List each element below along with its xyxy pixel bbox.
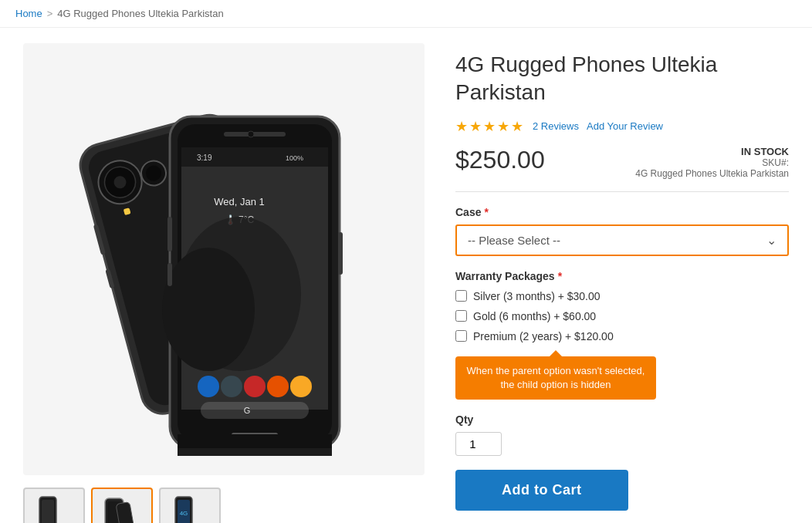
breadcrumb-home[interactable]: Home [15, 8, 42, 19]
child-option-tooltip: When the parent option wasn't selected, … [455, 356, 656, 400]
qty-section: Qty [455, 413, 789, 456]
in-stock-badge: IN STOCK [635, 146, 789, 157]
warranty-option-label: Warranty Packages * [455, 270, 789, 282]
svg-point-25 [290, 376, 312, 397]
options-section: Case * -- Please Select -- Soft Case Har… [455, 206, 789, 400]
svg-text:Wed, Jan 1: Wed, Jan 1 [214, 196, 265, 208]
case-option-label: Case * [455, 206, 789, 218]
svg-rect-40 [115, 501, 134, 523]
warranty-gold-label: Gold (6 months) + $60.00 [473, 310, 596, 322]
svg-point-22 [221, 376, 242, 397]
case-required-star: * [484, 206, 488, 218]
product-images: 3:19 100% Wed, Jan 1 🌡️ 7°C [23, 43, 425, 523]
phone-svg: 3:19 100% Wed, Jan 1 🌡️ 7°C [69, 55, 378, 464]
thumbnail-main[interactable] [91, 488, 153, 523]
thumbnail-alternate[interactable]: 4G [159, 488, 221, 523]
svg-text:G: G [244, 406, 251, 415]
svg-rect-35 [338, 232, 343, 275]
warranty-premium-checkbox[interactable] [455, 330, 467, 342]
stock-info: IN STOCK SKU#: 4G Rugged Phones Ultekia … [635, 146, 789, 179]
thumbnail-small-left[interactable] [23, 488, 85, 523]
svg-point-23 [244, 376, 266, 397]
rating-row: ★★★★★ 2 Reviews Add Your Review [455, 118, 789, 135]
warranty-required-star: * [558, 270, 562, 282]
warranty-gold-checkbox[interactable] [455, 310, 467, 322]
svg-text:4G: 4G [179, 510, 188, 517]
product-page: 3:19 100% Wed, Jan 1 🌡️ 7°C [0, 28, 812, 523]
product-price: $250.00 [455, 146, 545, 174]
breadcrumb: Home > 4G Rugged Phones Ultekia Parkista… [0, 0, 812, 28]
svg-point-24 [267, 376, 289, 397]
svg-point-20 [162, 248, 255, 371]
warranty-silver-checkbox[interactable] [455, 290, 467, 302]
sku-value: 4G Rugged Phones Ultekia Parkistan [635, 168, 789, 179]
warranty-checkbox-group: Silver (3 months) + $30.00 Gold (6 month… [455, 290, 789, 342]
svg-rect-32 [178, 448, 332, 456]
thumbnail-strip: 4G [23, 484, 425, 523]
add-to-cart-button[interactable]: Add to Cart [455, 470, 628, 511]
case-option-group: Case * -- Please Select -- Soft Case Har… [455, 206, 789, 256]
svg-rect-34 [167, 263, 172, 286]
breadcrumb-separator: > [47, 8, 53, 19]
svg-rect-28 [224, 132, 286, 137]
case-select[interactable]: -- Please Select -- Soft Case Hard Case … [457, 226, 787, 255]
price-row: $250.00 IN STOCK SKU#: 4G Rugged Phones … [455, 146, 789, 192]
qty-input[interactable] [455, 432, 502, 456]
star-rating: ★★★★★ [455, 118, 525, 135]
svg-rect-26 [201, 402, 309, 419]
svg-point-21 [198, 376, 219, 397]
svg-rect-37 [42, 500, 54, 524]
warranty-option-group: Warranty Packages * Silver (3 months) + … [455, 270, 789, 342]
svg-rect-33 [167, 217, 172, 251]
add-review-link[interactable]: Add Your Review [587, 120, 663, 132]
case-select-wrapper: -- Please Select -- Soft Case Hard Case … [455, 224, 789, 256]
breadcrumb-current: 4G Rugged Phones Ultekia Parkistan [57, 8, 223, 19]
main-product-image: 3:19 100% Wed, Jan 1 🌡️ 7°C [23, 43, 425, 475]
product-info: 4G Rugged Phones Ultekia Parkistan ★★★★★… [455, 43, 789, 523]
review-count-link[interactable]: 2 Reviews [533, 120, 579, 132]
warranty-silver-label: Silver (3 months) + $30.00 [473, 290, 601, 302]
product-title: 4G Rugged Phones Ultekia Parkistan [455, 51, 789, 107]
qty-label: Qty [455, 413, 789, 426]
sku-label: SKU#: [635, 157, 789, 168]
warranty-premium-label: Premium (2 years) + $120.00 [473, 330, 614, 342]
svg-text:3:19: 3:19 [197, 154, 212, 162]
warranty-premium-item[interactable]: Premium (2 years) + $120.00 [455, 330, 789, 342]
warranty-silver-item[interactable]: Silver (3 months) + $30.00 [455, 290, 789, 302]
svg-text:100%: 100% [286, 154, 303, 162]
warranty-gold-item[interactable]: Gold (6 months) + $60.00 [455, 310, 789, 322]
svg-point-29 [248, 131, 254, 137]
